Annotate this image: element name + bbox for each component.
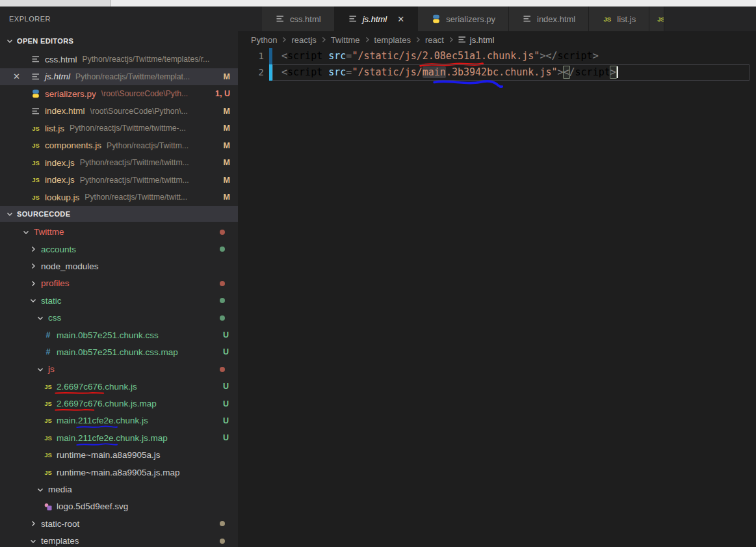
tree-item-media[interactable]: media: [0, 481, 238, 498]
open-editor-item-list-js[interactable]: JSlist.jsPython/reactjs/Twittme/twittme-…: [0, 120, 238, 137]
open-editor-item-index-js[interactable]: JSindex.jsPython/reactjs/Twittme/twittm.…: [0, 172, 238, 189]
chevron-down-icon: [29, 537, 38, 546]
tab-label: css.html: [290, 14, 321, 24]
breadcrumb-file[interactable]: js.html: [457, 35, 495, 45]
chevron-right-icon: [280, 36, 288, 44]
editor-pane[interactable]: 1<script src="/static/js/2.08ec51a1.chun…: [238, 48, 756, 547]
tree-item-templates[interactable]: templates: [0, 533, 238, 547]
textfile-icon: [31, 107, 41, 116]
git-status-badge: M: [224, 124, 230, 133]
breadcrumb-segment[interactable]: templates: [374, 35, 411, 45]
tree-item-main-0b57e251-chunk-css[interactable]: #main.0b57e251.chunk.cssU: [0, 327, 238, 343]
chevron-right-icon: [29, 519, 38, 528]
tree-item-main-211cfe2e-chunk-js[interactable]: JSmain.211cfe2e.chunk.jsU: [0, 412, 238, 429]
breadcrumb-file-label: js.html: [470, 35, 495, 45]
explorer-sidebar: EXPLORER OPEN EDITORS css.htmlPython/rea…: [0, 7, 238, 547]
chevron-right-icon: [29, 261, 38, 271]
js-icon: JS: [31, 141, 41, 150]
tree-item-label: runtime~main.a8a9905a.js.map: [57, 468, 180, 477]
tree-item-main-211cfe2e-chunk-js-map[interactable]: JSmain.211cfe2e.chunk.js.mapU: [0, 429, 238, 446]
tree-item-label: profiles: [41, 278, 70, 288]
open-editor-item-index-html[interactable]: index.html\root\SourceCode\Python\...M: [0, 103, 238, 120]
line-number: 1: [238, 48, 264, 64]
tree-item-js[interactable]: js: [0, 361, 238, 378]
open-editor-item-lookup-js[interactable]: JSlookup.jsPython/reactjs/Twittme/twitt.…: [0, 189, 238, 206]
open-editors-header[interactable]: OPEN EDITORS: [0, 31, 238, 51]
tree-item-2-6697c676-chunk-js[interactable]: JS2.6697c676.chunk.jsU: [0, 378, 238, 395]
tree-item-2-6697c676-chunk-js-map[interactable]: JS2.6697c676.chunk.js.mapU: [0, 395, 238, 412]
tree-item-label: 2.6697c676.chunk.js: [57, 382, 137, 392]
breadcrumb-segment[interactable]: reactjs: [291, 35, 316, 45]
git-status-badge: U: [223, 399, 229, 408]
js-icon: JS: [31, 124, 41, 133]
tree-item-css[interactable]: css: [0, 309, 238, 326]
tree-item-label: logo.5d5d9eef.svg: [57, 501, 128, 511]
git-status-dot: [220, 521, 225, 526]
js-icon: JS: [31, 193, 41, 202]
breadcrumb-segment[interactable]: Python: [251, 35, 277, 45]
tab-spacer: [238, 7, 262, 31]
js-icon: JS: [602, 14, 612, 23]
git-status-badge: M: [224, 141, 230, 150]
git-status-dot: [220, 281, 225, 286]
open-editor-filename: index.js: [45, 175, 75, 185]
tree-item-label: main.211cfe2e.chunk.js: [57, 416, 148, 425]
git-status-badge: M: [224, 158, 230, 167]
tab-js-html[interactable]: js.html✕: [335, 7, 418, 31]
open-editor-item-serializers-py[interactable]: serializers.py\root\SourceCode\Pyth...1,…: [0, 85, 238, 103]
tab-list-js[interactable]: JSlist.js: [589, 7, 649, 31]
breadcrumb: PythonreactjsTwittmetemplatesreactjs.htm…: [238, 31, 756, 48]
tree-item-accounts[interactable]: accounts: [0, 241, 238, 258]
git-status-dot: [220, 230, 225, 235]
tab-index-html[interactable]: index.html: [509, 7, 589, 31]
open-editors-label: OPEN EDITORS: [17, 37, 73, 45]
close-icon[interactable]: ✕: [397, 14, 404, 24]
git-status-dot: [220, 247, 225, 252]
open-editor-item-css-html[interactable]: css.htmlPython/reactjs/Twittme/templates…: [0, 51, 238, 68]
chevron-down-icon: [36, 485, 45, 494]
tree-item-label: static-root: [41, 519, 79, 529]
tab-css-html[interactable]: css.html: [262, 7, 335, 31]
tree-item-static-root[interactable]: static-root: [0, 515, 238, 532]
open-editor-path: Python/reactjs/Twittme/twittm...: [80, 158, 238, 167]
tree-item-main-0b57e251-chunk-css-map[interactable]: #main.0b57e251.chunk.css.mapU: [0, 343, 238, 360]
js-icon: JS: [43, 451, 53, 460]
tree-item-profiles[interactable]: profiles: [0, 275, 238, 292]
code-text: <script src="/static/js/2.08ec51a1.chunk…: [272, 48, 749, 64]
js-icon: JS: [656, 14, 664, 23]
explorer-title: EXPLORER: [0, 7, 238, 31]
tree-item-runtime-main-a8a9905a-js-map[interactable]: JSruntime~main.a8a9905a.js.map: [0, 464, 238, 481]
git-status-dot: [220, 367, 225, 372]
tab-label: list.js: [617, 14, 636, 24]
window-top-strip-segment: [111, 0, 756, 7]
open-editor-item-js-html[interactable]: ✕js.htmlPython/reactjs/Twittme/templat..…: [0, 68, 238, 86]
tree-item-node-modules[interactable]: node_modules: [0, 258, 238, 274]
css-icon: #: [43, 347, 53, 356]
tab-serializers-py[interactable]: serializers.py: [418, 7, 509, 31]
textfile-icon: [275, 14, 285, 23]
tree-item-runtime-main-a8a9905a-js[interactable]: JSruntime~main.a8a9905a.js: [0, 447, 238, 464]
js-icon: JS: [31, 158, 41, 167]
window-top-strip: [0, 0, 756, 7]
open-editor-path: Python/reactjs/Twittme/templates/r...: [83, 55, 238, 64]
open-editors-list: css.htmlPython/reactjs/Twittme/templates…: [0, 51, 238, 206]
breadcrumb-segment[interactable]: react: [425, 35, 444, 45]
open-editor-item-index-js[interactable]: JSindex.jsPython/reactjs/Twittme/twittm.…: [0, 154, 238, 172]
open-editor-item-components-js[interactable]: JScomponents.jsPython/reactjs/Twittm...M: [0, 137, 238, 155]
open-editor-filename: components.js: [45, 140, 101, 150]
tree-item-static[interactable]: static: [0, 292, 238, 309]
tree-item-label: Twittme: [34, 227, 64, 237]
chevron-right-icon: [320, 36, 328, 44]
code-line-1[interactable]: 1<script src="/static/js/2.08ec51a1.chun…: [238, 48, 756, 64]
tab-partial[interactable]: JS: [649, 7, 664, 31]
close-icon[interactable]: ✕: [13, 68, 20, 86]
tree-item-label: main.0b57e251.chunk.css: [57, 330, 159, 340]
tree-item-label: main.0b57e251.chunk.css.map: [57, 347, 178, 357]
tree-item-logo-5d5d9eef-svg[interactable]: logo.5d5d9eef.svg: [0, 498, 238, 515]
sourcecode-header[interactable]: SOURCECODE: [0, 206, 238, 222]
code-line-2[interactable]: 2<script src="/static/js/main.3b3942bc.c…: [238, 64, 756, 81]
tree-item-twittme[interactable]: Twittme: [0, 224, 238, 241]
text-cursor: [617, 66, 618, 78]
breadcrumb-segment[interactable]: Twittme: [331, 35, 360, 45]
chevron-down-icon: [21, 228, 31, 237]
